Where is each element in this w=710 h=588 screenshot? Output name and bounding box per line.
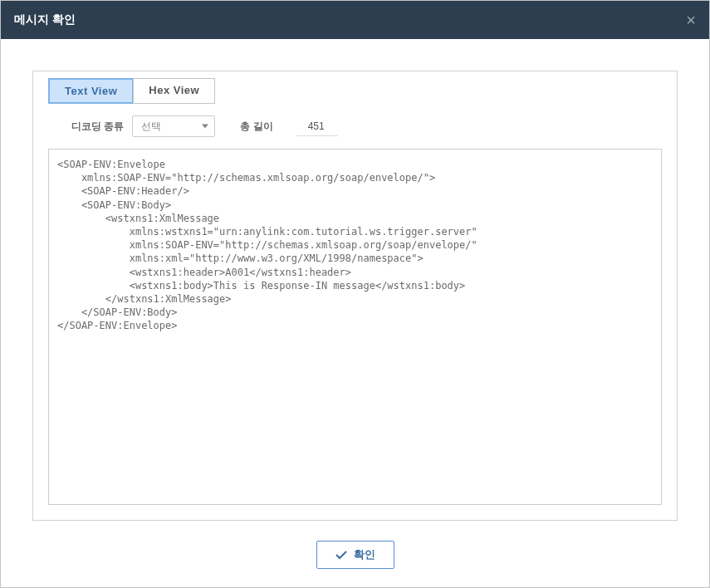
close-icon: × [686, 11, 696, 29]
content-panel: Text View Hex View 디코딩 종류 선택 총 길이 451 <S… [32, 71, 678, 521]
message-content-area[interactable]: <SOAP-ENV:Envelope xmlns:SOAP-ENV="http:… [48, 149, 662, 505]
tab-hex-view[interactable]: Hex View [133, 78, 215, 104]
close-button[interactable]: × [686, 12, 696, 28]
tab-text-view[interactable]: Text View [48, 78, 134, 104]
decoding-select-value: 선택 [132, 115, 215, 137]
decoding-type-label: 디코딩 종류 [71, 120, 124, 134]
dialog-footer: 확인 [1, 529, 709, 587]
dialog-body: Text View Hex View 디코딩 종류 선택 총 길이 451 <S… [1, 39, 709, 529]
total-length-label: 총 길이 [240, 120, 272, 134]
dialog-header: 메시지 확인 × [1, 1, 709, 39]
check-icon [335, 551, 347, 560]
tabs-container: Text View Hex View [48, 78, 662, 104]
decoding-select[interactable]: 선택 [132, 115, 215, 137]
controls-row: 디코딩 종류 선택 총 길이 451 [48, 115, 662, 137]
confirm-button-label: 확인 [354, 547, 375, 562]
total-length-value: 451 [296, 117, 338, 136]
dialog-title: 메시지 확인 [14, 12, 76, 27]
confirm-button[interactable]: 확인 [316, 541, 394, 569]
message-dialog: 메시지 확인 × Text View Hex View 디코딩 종류 선택 총 … [0, 0, 710, 588]
